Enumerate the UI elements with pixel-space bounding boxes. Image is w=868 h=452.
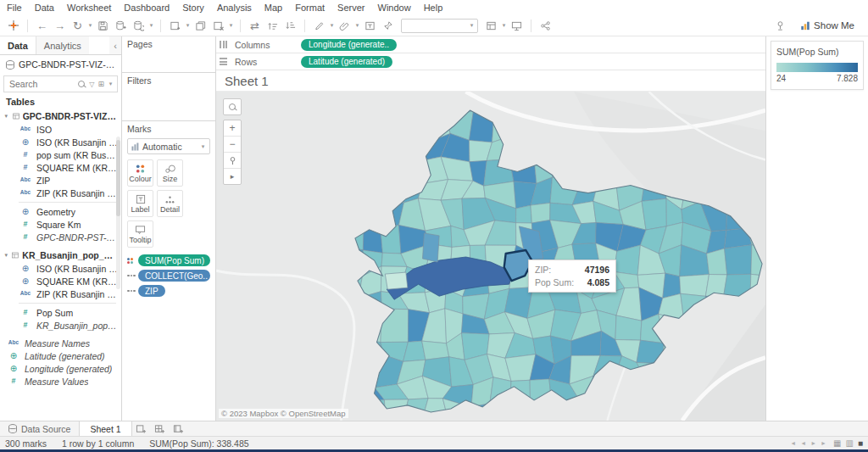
menu-data[interactable]: Data [35, 3, 54, 13]
map-search-control[interactable] [223, 98, 242, 115]
chevron-down-icon[interactable]: ▾ [3, 252, 8, 259]
new-sheet-dropdown-icon[interactable]: ▾ [185, 22, 191, 29]
field-pop-sum[interactable]: #Pop Sum [0, 306, 121, 319]
choropleth-map[interactable] [216, 92, 765, 421]
field-square-km[interactable]: #Square Km [0, 218, 121, 231]
pause-updates-icon[interactable] [772, 18, 788, 33]
field-longitude-generated[interactable]: ⊕Longitude (generated) [0, 362, 121, 375]
pill-collect-geometry[interactable]: COLLECT(Geo.. [138, 270, 210, 282]
zoom-out-button[interactable]: − [224, 136, 241, 152]
group-members-icon[interactable] [337, 18, 353, 33]
table-header-2[interactable]: ▾ KR_Busanjin_pop_per_zip... [0, 248, 121, 262]
field-iso-kr[interactable]: ⊕ISO (KR Busanjin pop pe... [0, 136, 121, 148]
clear-sheet-button[interactable] [210, 18, 226, 33]
menu-format[interactable]: Format [295, 3, 325, 13]
zoom-in-button[interactable]: + [224, 120, 241, 136]
view-options-dropdown-icon[interactable]: ▾ [108, 81, 114, 87]
map-tools-expand-button[interactable]: ▸ [224, 168, 241, 184]
mark-type-dropdown[interactable]: Automatic ▾ [127, 138, 210, 154]
field-latitude-generated[interactable]: ⊕Latitude (generated) [0, 349, 121, 362]
legend-gradient[interactable] [776, 63, 858, 72]
highlight-button[interactable] [311, 18, 327, 33]
fix-axes-button[interactable] [380, 18, 396, 33]
menu-worksheet[interactable]: Worksheet [67, 3, 111, 13]
save-button[interactable] [95, 18, 111, 33]
tab-analytics[interactable]: Analytics [36, 36, 89, 54]
field-t2-iso[interactable]: ⊕ISO (KR Busanjin pop pe... [0, 262, 121, 275]
view-options-icon[interactable]: ⊞ [97, 80, 104, 88]
datasource-row[interactable]: GPC-BNDR-PST-VIZ-Bus... [0, 55, 121, 74]
pill-zip[interactable]: ZIP [138, 285, 165, 297]
tab-data[interactable]: Data [0, 36, 36, 54]
tableau-logo-icon[interactable] [5, 18, 21, 33]
show-hide-cards-button[interactable] [483, 18, 499, 33]
field-zip[interactable]: AbcZIP [0, 174, 121, 187]
field-table1-count[interactable]: #GPC-BNDR-PST-VIZ-Bu... [0, 231, 121, 243]
sheet-sorter-view-button[interactable]: ▦ [833, 438, 841, 448]
presentation-mode-button[interactable] [509, 18, 525, 33]
menu-help[interactable]: Help [424, 3, 443, 13]
menu-map[interactable]: Map [264, 3, 282, 13]
first-sheet-button[interactable]: ◄ [790, 440, 796, 446]
last-sheet-button[interactable]: ► [821, 440, 826, 446]
colour-button[interactable]: Colour [127, 159, 153, 187]
replay-button[interactable]: ↻ [70, 18, 86, 33]
map-view[interactable]: + − ▸ ZIP:47196 Pop Sum:4.085 © 2023 Map… [216, 92, 765, 421]
data-pane-scrollbar[interactable] [116, 137, 120, 289]
field-measure-values[interactable]: #Measure Values [0, 375, 121, 388]
field-measure-names[interactable]: AbcMeasure Names [0, 337, 121, 349]
menu-window[interactable]: Window [378, 3, 411, 13]
collapse-pane-button[interactable]: ‹ [109, 36, 121, 54]
size-button[interactable]: Size [157, 159, 183, 187]
rows-shelf[interactable]: Rows Latitude (generated) [216, 53, 765, 70]
table-header-1[interactable]: ▾ GPC-BNDR-PST-VIZ-Busa... [0, 109, 121, 123]
field-geometry[interactable]: ⊕Geometry [0, 205, 121, 218]
pill-latitude-generated[interactable]: Latitude (generated) [301, 56, 392, 68]
label-button[interactable]: Label [127, 190, 153, 217]
new-worksheet-tab-button[interactable] [132, 421, 151, 436]
field-table2-count[interactable]: #KR_Busanjin_pop_per_zi... [0, 319, 121, 332]
filters-shelf[interactable]: Filters [122, 73, 215, 121]
pages-shelf[interactable]: Pages [122, 36, 215, 73]
duplicate-sheet-button[interactable] [192, 18, 209, 33]
data-source-tab[interactable]: Data Source [0, 421, 79, 436]
undo-button[interactable]: ← [34, 18, 50, 33]
chevron-down-icon[interactable]: ▾ [3, 113, 9, 120]
search-input[interactable] [8, 78, 75, 90]
sheet1-tab[interactable]: Sheet 1 [79, 421, 131, 436]
columns-shelf[interactable]: Columns Longitude (generate.. [216, 36, 765, 53]
menu-dashboard[interactable]: Dashboard [124, 3, 170, 13]
cards-dropdown-icon[interactable]: ▾ [501, 22, 507, 29]
new-worksheet-button[interactable] [167, 18, 183, 33]
redo-button[interactable]: → [52, 18, 68, 33]
swap-axes-button[interactable]: ⇄ [247, 18, 263, 33]
menu-story[interactable]: Story [182, 3, 204, 13]
clear-dropdown-icon[interactable]: ▾ [228, 22, 234, 29]
fit-selector[interactable]: ▾ [401, 19, 478, 33]
menu-server[interactable]: Server [337, 3, 364, 13]
next-sheet-button[interactable]: ► [810, 440, 816, 446]
prev-sheet-button[interactable]: ◄ [800, 440, 806, 446]
menu-analysis[interactable]: Analysis [217, 3, 252, 13]
filmstrip-view-button[interactable]: ▥ [846, 438, 854, 448]
field-t2-square-km[interactable]: ⊕SQUARE KM (KR Busanji... [0, 275, 121, 287]
show-mark-labels-button[interactable] [362, 18, 378, 33]
add-datasource-button[interactable] [113, 18, 129, 33]
sort-descending-button[interactable] [282, 18, 298, 33]
new-story-tab-button[interactable] [170, 421, 188, 436]
tooltip-button[interactable]: Tooltip [127, 220, 153, 248]
field-iso[interactable]: AbcISO [0, 123, 121, 136]
new-dashboard-tab-button[interactable] [151, 421, 170, 436]
pill-sum-pop-sum[interactable]: SUM(Pop Sum) [138, 254, 210, 266]
pill-longitude-generated[interactable]: Longitude (generate.. [301, 39, 397, 51]
menu-file[interactable]: File [7, 3, 22, 13]
share-button[interactable] [537, 18, 554, 33]
pin-home-button[interactable] [224, 152, 241, 168]
presentation-view-button[interactable]: ■ [858, 438, 863, 448]
group-dropdown-icon[interactable]: ▾ [354, 22, 360, 29]
refresh-dropdown-icon[interactable]: ▾ [148, 22, 154, 29]
replay-dropdown-icon[interactable]: ▾ [87, 22, 93, 29]
color-legend[interactable]: SUM(Pop Sum) 24 7.828 [771, 41, 864, 90]
sort-ascending-button[interactable] [264, 18, 281, 33]
field-pop-sum-kr[interactable]: #pop sum (KR Busanjin po... [0, 148, 121, 161]
